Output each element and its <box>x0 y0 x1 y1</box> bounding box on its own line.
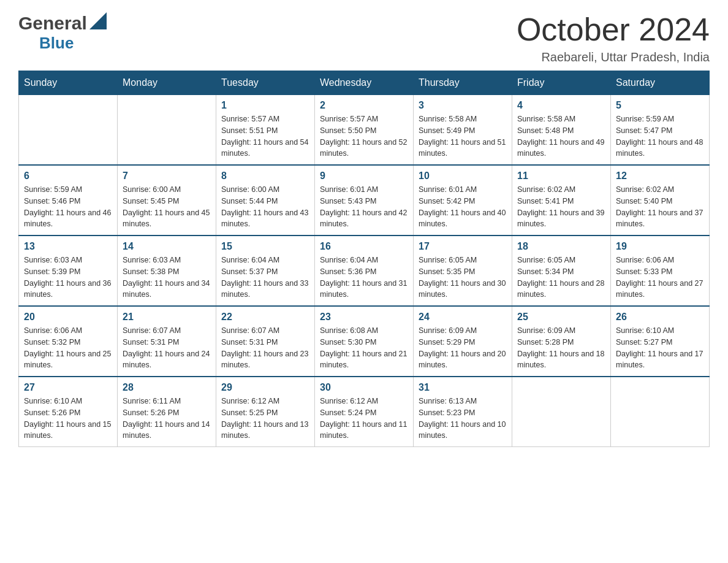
day-info: Sunrise: 5:59 AMSunset: 5:47 PMDaylight:… <box>616 113 704 159</box>
table-row: 15Sunrise: 6:04 AMSunset: 5:37 PMDayligh… <box>216 236 315 306</box>
day-number: 6 <box>24 170 112 182</box>
day-info: Sunrise: 6:02 AMSunset: 5:41 PMDaylight:… <box>517 184 605 230</box>
table-row: 11Sunrise: 6:02 AMSunset: 5:41 PMDayligh… <box>512 165 611 236</box>
table-row: 25Sunrise: 6:09 AMSunset: 5:28 PMDayligh… <box>512 306 611 377</box>
day-number: 30 <box>320 382 408 393</box>
table-row <box>118 95 216 166</box>
calendar-week-row: 27Sunrise: 6:10 AMSunset: 5:26 PMDayligh… <box>19 377 710 447</box>
table-row: 18Sunrise: 6:05 AMSunset: 5:34 PMDayligh… <box>512 236 611 306</box>
day-info: Sunrise: 6:12 AMSunset: 5:25 PMDaylight:… <box>221 396 309 442</box>
header-row: Sunday Monday Tuesday Wednesday Thursday… <box>19 71 710 95</box>
col-thursday: Thursday <box>414 71 512 95</box>
day-info: Sunrise: 5:59 AMSunset: 5:46 PMDaylight:… <box>24 184 112 230</box>
table-row: 6Sunrise: 5:59 AMSunset: 5:46 PMDaylight… <box>19 165 118 236</box>
day-info: Sunrise: 6:02 AMSunset: 5:40 PMDaylight:… <box>616 184 704 230</box>
table-row: 20Sunrise: 6:06 AMSunset: 5:32 PMDayligh… <box>19 306 118 377</box>
day-info: Sunrise: 6:09 AMSunset: 5:28 PMDaylight:… <box>517 325 605 371</box>
day-info: Sunrise: 6:01 AMSunset: 5:42 PMDaylight:… <box>419 184 507 230</box>
month-year-title: October 2024 <box>517 12 710 47</box>
col-tuesday: Tuesday <box>216 71 315 95</box>
table-row: 14Sunrise: 6:03 AMSunset: 5:38 PMDayligh… <box>118 236 216 306</box>
day-info: Sunrise: 6:10 AMSunset: 5:27 PMDaylight:… <box>616 325 704 371</box>
day-number: 4 <box>517 100 605 111</box>
table-row: 5Sunrise: 5:59 AMSunset: 5:47 PMDaylight… <box>611 95 710 166</box>
day-number: 18 <box>517 241 605 252</box>
day-info: Sunrise: 6:03 AMSunset: 5:38 PMDaylight:… <box>123 255 211 301</box>
day-number: 21 <box>123 312 211 323</box>
title-section: October 2024 Raebareli, Uttar Pradesh, I… <box>517 12 710 64</box>
day-info: Sunrise: 6:00 AMSunset: 5:44 PMDaylight:… <box>221 184 309 230</box>
table-row: 24Sunrise: 6:09 AMSunset: 5:29 PMDayligh… <box>414 306 512 377</box>
day-info: Sunrise: 6:13 AMSunset: 5:23 PMDaylight:… <box>419 396 507 442</box>
day-info: Sunrise: 6:10 AMSunset: 5:26 PMDaylight:… <box>24 396 112 442</box>
table-row: 4Sunrise: 5:58 AMSunset: 5:48 PMDaylight… <box>512 95 611 166</box>
table-row <box>19 95 118 166</box>
col-wednesday: Wednesday <box>315 71 414 95</box>
svg-marker-0 <box>89 12 107 29</box>
table-row: 8Sunrise: 6:00 AMSunset: 5:44 PMDaylight… <box>216 165 315 236</box>
day-info: Sunrise: 6:09 AMSunset: 5:29 PMDaylight:… <box>419 325 507 371</box>
table-row: 22Sunrise: 6:07 AMSunset: 5:31 PMDayligh… <box>216 306 315 377</box>
day-info: Sunrise: 6:07 AMSunset: 5:31 PMDaylight:… <box>221 325 309 371</box>
logo: General Blue <box>18 12 109 53</box>
day-number: 12 <box>616 170 704 182</box>
day-number: 16 <box>320 241 408 252</box>
day-info: Sunrise: 6:03 AMSunset: 5:39 PMDaylight:… <box>24 255 112 301</box>
day-info: Sunrise: 6:12 AMSunset: 5:24 PMDaylight:… <box>320 396 408 442</box>
day-number: 5 <box>616 100 704 111</box>
table-row: 19Sunrise: 6:06 AMSunset: 5:33 PMDayligh… <box>611 236 710 306</box>
table-row <box>512 377 611 447</box>
day-number: 29 <box>221 382 309 393</box>
day-info: Sunrise: 6:06 AMSunset: 5:33 PMDaylight:… <box>616 255 704 301</box>
table-row: 17Sunrise: 6:05 AMSunset: 5:35 PMDayligh… <box>414 236 512 306</box>
table-row: 12Sunrise: 6:02 AMSunset: 5:40 PMDayligh… <box>611 165 710 236</box>
day-number: 15 <box>221 241 309 252</box>
day-number: 27 <box>24 382 112 393</box>
table-row: 16Sunrise: 6:04 AMSunset: 5:36 PMDayligh… <box>315 236 414 306</box>
col-monday: Monday <box>118 71 216 95</box>
table-row: 31Sunrise: 6:13 AMSunset: 5:23 PMDayligh… <box>414 377 512 447</box>
table-row: 29Sunrise: 6:12 AMSunset: 5:25 PMDayligh… <box>216 377 315 447</box>
day-info: Sunrise: 5:57 AMSunset: 5:50 PMDaylight:… <box>320 113 408 159</box>
logo-arrow-icon <box>89 12 107 34</box>
logo-blue-text: Blue <box>39 34 74 52</box>
table-row: 2Sunrise: 5:57 AMSunset: 5:50 PMDaylight… <box>315 95 414 166</box>
day-number: 26 <box>616 312 704 323</box>
day-info: Sunrise: 6:01 AMSunset: 5:43 PMDaylight:… <box>320 184 408 230</box>
day-info: Sunrise: 6:11 AMSunset: 5:26 PMDaylight:… <box>123 396 211 442</box>
day-number: 31 <box>419 382 507 393</box>
day-number: 19 <box>616 241 704 252</box>
day-info: Sunrise: 6:00 AMSunset: 5:45 PMDaylight:… <box>123 184 211 230</box>
table-row: 23Sunrise: 6:08 AMSunset: 5:30 PMDayligh… <box>315 306 414 377</box>
page-header: General Blue October 2024 Raebareli, Utt… <box>18 12 710 64</box>
table-row: 10Sunrise: 6:01 AMSunset: 5:42 PMDayligh… <box>414 165 512 236</box>
calendar-table: Sunday Monday Tuesday Wednesday Thursday… <box>18 71 710 447</box>
day-info: Sunrise: 5:57 AMSunset: 5:51 PMDaylight:… <box>221 113 309 159</box>
day-info: Sunrise: 6:05 AMSunset: 5:34 PMDaylight:… <box>517 255 605 301</box>
calendar-week-row: 13Sunrise: 6:03 AMSunset: 5:39 PMDayligh… <box>19 236 710 306</box>
day-number: 3 <box>419 100 507 111</box>
day-number: 11 <box>517 170 605 182</box>
day-number: 17 <box>419 241 507 252</box>
day-number: 25 <box>517 312 605 323</box>
table-row <box>611 377 710 447</box>
table-row: 7Sunrise: 6:00 AMSunset: 5:45 PMDaylight… <box>118 165 216 236</box>
calendar-week-row: 1Sunrise: 5:57 AMSunset: 5:51 PMDaylight… <box>19 95 710 166</box>
location-subtitle: Raebareli, Uttar Pradesh, India <box>517 50 710 64</box>
table-row: 3Sunrise: 5:58 AMSunset: 5:49 PMDaylight… <box>414 95 512 166</box>
table-row: 30Sunrise: 6:12 AMSunset: 5:24 PMDayligh… <box>315 377 414 447</box>
table-row: 26Sunrise: 6:10 AMSunset: 5:27 PMDayligh… <box>611 306 710 377</box>
day-number: 14 <box>123 241 211 252</box>
day-info: Sunrise: 6:04 AMSunset: 5:36 PMDaylight:… <box>320 255 408 301</box>
col-sunday: Sunday <box>19 71 118 95</box>
day-info: Sunrise: 6:05 AMSunset: 5:35 PMDaylight:… <box>419 255 507 301</box>
day-number: 10 <box>419 170 507 182</box>
day-info: Sunrise: 6:07 AMSunset: 5:31 PMDaylight:… <box>123 325 211 371</box>
calendar-week-row: 6Sunrise: 5:59 AMSunset: 5:46 PMDaylight… <box>19 165 710 236</box>
day-info: Sunrise: 6:04 AMSunset: 5:37 PMDaylight:… <box>221 255 309 301</box>
day-number: 1 <box>221 100 309 111</box>
table-row: 1Sunrise: 5:57 AMSunset: 5:51 PMDaylight… <box>216 95 315 166</box>
day-number: 28 <box>123 382 211 393</box>
day-number: 22 <box>221 312 309 323</box>
col-friday: Friday <box>512 71 611 95</box>
